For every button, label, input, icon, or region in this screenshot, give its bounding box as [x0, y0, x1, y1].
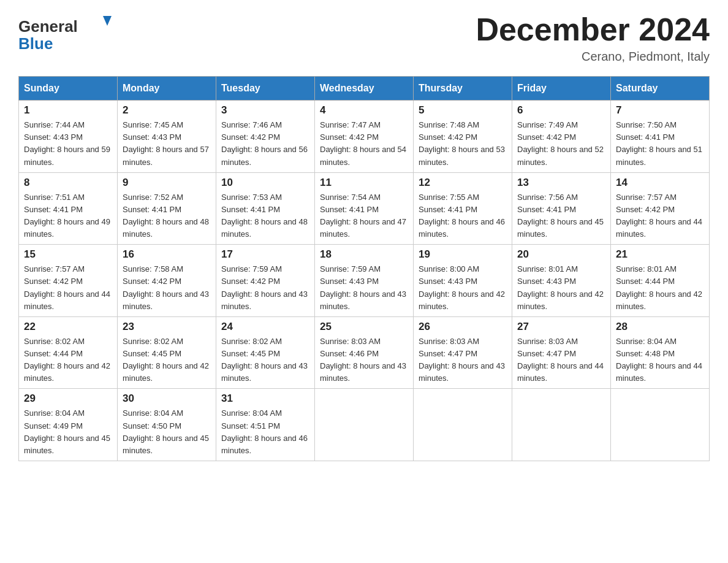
logo-svg: General Blue [18, 12, 116, 58]
calendar-day-cell: 22 Sunrise: 8:02 AM Sunset: 4:44 PM Dayl… [19, 316, 118, 389]
calendar-day-cell: 11 Sunrise: 7:54 AM Sunset: 4:41 PM Dayl… [315, 172, 414, 245]
calendar-table: SundayMondayTuesdayWednesdayThursdayFrid… [18, 76, 710, 461]
day-info: Sunrise: 8:04 AM Sunset: 4:48 PM Dayligh… [616, 335, 704, 385]
day-number: 19 [419, 248, 507, 261]
calendar-day-cell: 19 Sunrise: 8:00 AM Sunset: 4:43 PM Dayl… [414, 245, 512, 317]
calendar-day-cell: 26 Sunrise: 8:03 AM Sunset: 4:47 PM Dayl… [414, 316, 512, 389]
day-info: Sunrise: 7:54 AM Sunset: 4:41 PM Dayligh… [320, 191, 408, 241]
calendar-day-cell: 10 Sunrise: 7:53 AM Sunset: 4:41 PM Dayl… [216, 172, 315, 245]
day-info: Sunrise: 7:46 AM Sunset: 4:42 PM Dayligh… [221, 119, 309, 169]
day-number: 16 [123, 248, 211, 261]
calendar-day-cell: 9 Sunrise: 7:52 AM Sunset: 4:41 PM Dayli… [118, 172, 216, 245]
day-number: 25 [320, 321, 408, 333]
col-header-wednesday: Wednesday [315, 77, 414, 101]
day-info: Sunrise: 8:03 AM Sunset: 4:47 PM Dayligh… [419, 335, 507, 385]
calendar-day-cell: 6 Sunrise: 7:49 AM Sunset: 4:42 PM Dayli… [512, 101, 611, 173]
day-number: 8 [24, 177, 112, 189]
day-number: 3 [221, 104, 309, 117]
day-info: Sunrise: 7:55 AM Sunset: 4:41 PM Dayligh… [419, 191, 507, 241]
day-number: 5 [419, 104, 507, 117]
day-info: Sunrise: 8:01 AM Sunset: 4:43 PM Dayligh… [517, 263, 605, 313]
calendar-day-cell: 7 Sunrise: 7:50 AM Sunset: 4:41 PM Dayli… [611, 101, 710, 173]
day-info: Sunrise: 8:02 AM Sunset: 4:45 PM Dayligh… [221, 335, 309, 385]
day-info: Sunrise: 8:04 AM Sunset: 4:51 PM Dayligh… [221, 407, 309, 457]
calendar-day-cell: 14 Sunrise: 7:57 AM Sunset: 4:42 PM Dayl… [611, 172, 710, 245]
day-number: 4 [320, 104, 408, 117]
svg-marker-1 [103, 16, 112, 26]
day-info: Sunrise: 7:52 AM Sunset: 4:41 PM Dayligh… [123, 191, 211, 241]
calendar-empty-cell [512, 389, 611, 461]
calendar-day-cell: 15 Sunrise: 7:57 AM Sunset: 4:42 PM Dayl… [19, 245, 118, 317]
calendar-day-cell: 25 Sunrise: 8:03 AM Sunset: 4:46 PM Dayl… [315, 316, 414, 389]
calendar-day-cell: 3 Sunrise: 7:46 AM Sunset: 4:42 PM Dayli… [216, 101, 315, 173]
day-number: 27 [517, 321, 605, 333]
day-info: Sunrise: 7:47 AM Sunset: 4:42 PM Dayligh… [320, 119, 408, 169]
col-header-thursday: Thursday [414, 77, 512, 101]
calendar-day-cell: 23 Sunrise: 8:02 AM Sunset: 4:45 PM Dayl… [118, 316, 216, 389]
calendar-day-cell: 29 Sunrise: 8:04 AM Sunset: 4:49 PM Dayl… [19, 389, 118, 461]
day-info: Sunrise: 8:04 AM Sunset: 4:50 PM Dayligh… [123, 407, 211, 457]
col-header-tuesday: Tuesday [216, 77, 315, 101]
location: Cerano, Piedmont, Italy [476, 50, 710, 64]
calendar-day-cell: 17 Sunrise: 7:59 AM Sunset: 4:42 PM Dayl… [216, 245, 315, 317]
page-header: General Blue December 2024 Cerano, Piedm… [18, 12, 710, 64]
day-number: 28 [616, 321, 704, 333]
calendar-week-row: 15 Sunrise: 7:57 AM Sunset: 4:42 PM Dayl… [19, 245, 710, 317]
day-info: Sunrise: 8:03 AM Sunset: 4:47 PM Dayligh… [517, 335, 605, 385]
day-number: 22 [24, 321, 112, 333]
logo: General Blue [18, 12, 116, 58]
svg-text:General: General [18, 17, 78, 36]
day-number: 21 [616, 248, 704, 261]
day-number: 29 [24, 393, 112, 405]
day-number: 1 [24, 104, 112, 117]
day-number: 13 [517, 177, 605, 189]
day-number: 10 [221, 177, 309, 189]
calendar-day-cell: 4 Sunrise: 7:47 AM Sunset: 4:42 PM Dayli… [315, 101, 414, 173]
day-number: 24 [221, 321, 309, 333]
col-header-monday: Monday [118, 77, 216, 101]
day-number: 11 [320, 177, 408, 189]
day-info: Sunrise: 7:58 AM Sunset: 4:42 PM Dayligh… [123, 263, 211, 313]
calendar-day-cell: 20 Sunrise: 8:01 AM Sunset: 4:43 PM Dayl… [512, 245, 611, 317]
day-number: 7 [616, 104, 704, 117]
day-info: Sunrise: 7:49 AM Sunset: 4:42 PM Dayligh… [517, 119, 605, 169]
day-info: Sunrise: 7:45 AM Sunset: 4:43 PM Dayligh… [123, 119, 211, 169]
calendar-empty-cell [414, 389, 512, 461]
calendar-week-row: 8 Sunrise: 7:51 AM Sunset: 4:41 PM Dayli… [19, 172, 710, 245]
day-info: Sunrise: 7:59 AM Sunset: 4:42 PM Dayligh… [221, 263, 309, 313]
day-info: Sunrise: 7:59 AM Sunset: 4:43 PM Dayligh… [320, 263, 408, 313]
calendar-empty-cell [315, 389, 414, 461]
calendar-day-cell: 8 Sunrise: 7:51 AM Sunset: 4:41 PM Dayli… [19, 172, 118, 245]
day-info: Sunrise: 7:56 AM Sunset: 4:41 PM Dayligh… [517, 191, 605, 241]
calendar-empty-cell [611, 389, 710, 461]
day-number: 30 [123, 393, 211, 405]
svg-text:Blue: Blue [18, 34, 53, 53]
day-number: 6 [517, 104, 605, 117]
calendar-day-cell: 2 Sunrise: 7:45 AM Sunset: 4:43 PM Dayli… [118, 101, 216, 173]
day-number: 9 [123, 177, 211, 189]
calendar-day-cell: 31 Sunrise: 8:04 AM Sunset: 4:51 PM Dayl… [216, 389, 315, 461]
day-number: 12 [419, 177, 507, 189]
day-info: Sunrise: 7:44 AM Sunset: 4:43 PM Dayligh… [24, 119, 112, 169]
calendar-day-cell: 21 Sunrise: 8:01 AM Sunset: 4:44 PM Dayl… [611, 245, 710, 317]
month-title: December 2024 [476, 12, 710, 47]
day-info: Sunrise: 8:03 AM Sunset: 4:46 PM Dayligh… [320, 335, 408, 385]
calendar-day-cell: 27 Sunrise: 8:03 AM Sunset: 4:47 PM Dayl… [512, 316, 611, 389]
calendar-week-row: 29 Sunrise: 8:04 AM Sunset: 4:49 PM Dayl… [19, 389, 710, 461]
calendar-day-cell: 12 Sunrise: 7:55 AM Sunset: 4:41 PM Dayl… [414, 172, 512, 245]
day-info: Sunrise: 7:57 AM Sunset: 4:42 PM Dayligh… [24, 263, 112, 313]
day-info: Sunrise: 8:02 AM Sunset: 4:45 PM Dayligh… [123, 335, 211, 385]
calendar-day-cell: 5 Sunrise: 7:48 AM Sunset: 4:42 PM Dayli… [414, 101, 512, 173]
day-number: 20 [517, 248, 605, 261]
calendar-week-row: 22 Sunrise: 8:02 AM Sunset: 4:44 PM Dayl… [19, 316, 710, 389]
calendar-day-cell: 28 Sunrise: 8:04 AM Sunset: 4:48 PM Dayl… [611, 316, 710, 389]
day-info: Sunrise: 7:51 AM Sunset: 4:41 PM Dayligh… [24, 191, 112, 241]
day-number: 18 [320, 248, 408, 261]
day-number: 26 [419, 321, 507, 333]
day-number: 23 [123, 321, 211, 333]
title-block: December 2024 Cerano, Piedmont, Italy [476, 12, 710, 64]
calendar-day-cell: 30 Sunrise: 8:04 AM Sunset: 4:50 PM Dayl… [118, 389, 216, 461]
day-info: Sunrise: 7:50 AM Sunset: 4:41 PM Dayligh… [616, 119, 704, 169]
col-header-sunday: Sunday [19, 77, 118, 101]
calendar-day-cell: 16 Sunrise: 7:58 AM Sunset: 4:42 PM Dayl… [118, 245, 216, 317]
